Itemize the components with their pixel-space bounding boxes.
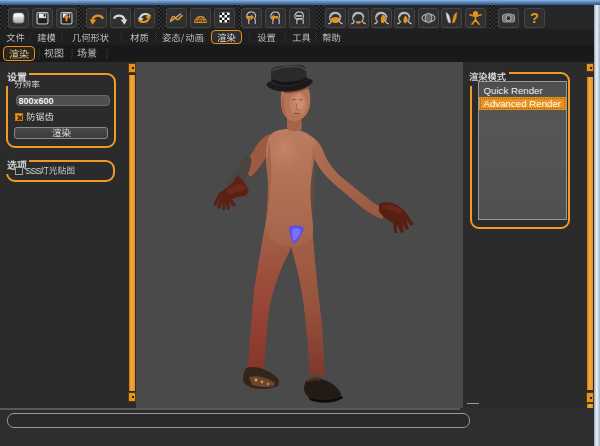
svg-text:?: ? bbox=[530, 10, 539, 26]
